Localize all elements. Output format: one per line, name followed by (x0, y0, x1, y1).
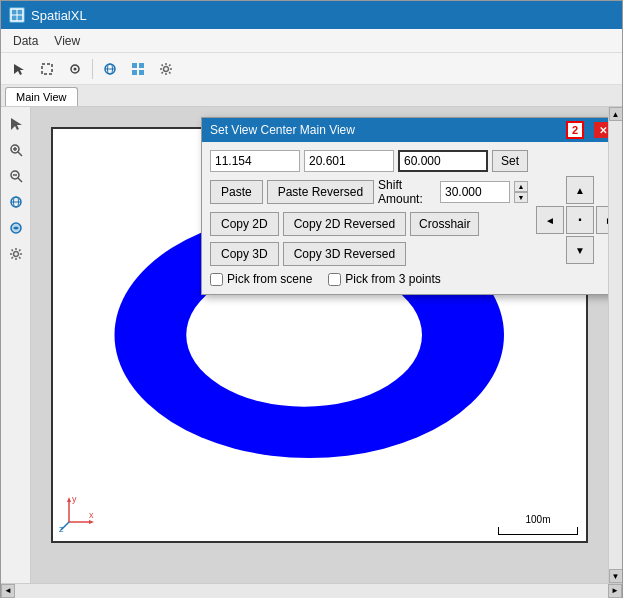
svg-rect-10 (132, 63, 137, 68)
svg-rect-4 (42, 64, 52, 74)
checkbox-row: Pick from scene Pick from 3 points (210, 272, 528, 286)
toolbar-grid-btn[interactable] (125, 56, 151, 82)
pick-from-3pts-checkbox[interactable] (328, 273, 341, 286)
svg-point-27 (13, 252, 18, 257)
svg-marker-15 (11, 118, 22, 130)
pick-from-3pts-item: Pick from 3 points (328, 272, 440, 286)
bottom-scrollbar: ◄ ► (1, 583, 622, 597)
copy-3d-reversed-btn[interactable]: Copy 3D Reversed (283, 242, 406, 266)
dialog-body: Set Paste Paste Reversed Shift Amount: ▲ (202, 142, 608, 294)
spin-btns: ▲ ▼ (514, 181, 528, 203)
pick-from-scene-item: Pick from scene (210, 272, 312, 286)
pick-from-3pts-label[interactable]: Pick from 3 points (345, 272, 440, 286)
svg-marker-31 (67, 497, 71, 502)
svg-line-22 (18, 178, 22, 182)
svg-point-6 (74, 67, 77, 70)
z-input[interactable] (398, 150, 488, 172)
arrow-right-btn[interactable]: ► (596, 206, 608, 234)
dialog-title-bar: Set View Center Main View 2 ✕ (202, 118, 608, 142)
crosshair-btn[interactable]: Crosshair (410, 212, 479, 236)
spin-up-btn[interactable]: ▲ (514, 181, 528, 192)
toolbar-select-btn[interactable] (34, 56, 60, 82)
sidebar-cursor-btn[interactable] (4, 112, 28, 136)
main-view-tab[interactable]: Main View (5, 87, 78, 106)
tab-bar: Main View (1, 85, 622, 107)
scroll-down-btn[interactable]: ▼ (609, 569, 623, 583)
menu-data[interactable]: Data (5, 32, 46, 50)
scroll-track-v (609, 121, 623, 569)
svg-rect-13 (139, 70, 144, 75)
scale-bar-label: 100m (525, 514, 550, 525)
svg-line-19 (18, 152, 22, 156)
dialog-close-btn[interactable]: ✕ (594, 122, 608, 138)
set-btn[interactable]: Set (492, 150, 528, 172)
scale-bar-line (498, 527, 578, 535)
arrow-center-btn[interactable]: · (566, 206, 594, 234)
toolbar (1, 53, 622, 85)
menu-bar: Data View (1, 29, 622, 53)
svg-text:z: z (59, 524, 64, 532)
svg-point-14 (164, 66, 169, 71)
set-view-center-dialog: Set View Center Main View 2 ✕ (201, 117, 608, 295)
app-title: SpatialXL (31, 8, 87, 23)
sidebar-gear-btn[interactable] (4, 242, 28, 266)
arrow-down-btn[interactable]: ▼ (566, 236, 594, 264)
scale-bar: 100m (498, 514, 578, 535)
svg-rect-11 (139, 63, 144, 68)
svg-text:x: x (89, 510, 94, 520)
scroll-right-btn[interactable]: ► (608, 584, 622, 598)
coord-row: Set (210, 150, 528, 172)
axes: y x z (59, 492, 99, 535)
pick-from-scene-checkbox[interactable] (210, 273, 223, 286)
toolbar-sep-1 (92, 59, 93, 79)
sidebar-globe2-btn[interactable] (4, 190, 28, 214)
viewport: y x z 100m Set View Center (31, 107, 608, 583)
right-scrollbar: ▲ ▼ (608, 107, 622, 583)
copy-2d-btn[interactable]: Copy 2D (210, 212, 279, 236)
toolbar-cursor-btn[interactable] (6, 56, 32, 82)
svg-rect-12 (132, 70, 137, 75)
paste-reversed-btn[interactable]: Paste Reversed (267, 180, 374, 204)
pick-from-scene-label[interactable]: Pick from scene (227, 272, 312, 286)
svg-marker-3 (14, 64, 24, 75)
x-input[interactable] (210, 150, 300, 172)
scroll-up-btn[interactable]: ▲ (609, 107, 623, 121)
scroll-track-h (15, 584, 608, 598)
shift-input[interactable] (440, 181, 510, 203)
toolbar-settings-btn[interactable] (153, 56, 179, 82)
arrow-up-btn[interactable]: ▲ (566, 176, 594, 204)
copy-2d-reversed-btn[interactable]: Copy 2D Reversed (283, 212, 406, 236)
svg-marker-34 (89, 520, 94, 524)
left-sidebar (1, 107, 31, 583)
spin-down-btn[interactable]: ▼ (514, 192, 528, 203)
sidebar-globe3-btn[interactable] (4, 216, 28, 240)
title-bar: SpatialXL (1, 1, 622, 29)
main-content: y x z 100m Set View Center (1, 107, 622, 583)
sidebar-zoom-out-btn[interactable] (4, 164, 28, 188)
scroll-left-btn[interactable]: ◄ (1, 584, 15, 598)
arrow-left-btn[interactable]: ◄ (536, 206, 564, 234)
svg-text:y: y (72, 494, 77, 504)
toolbar-move-btn[interactable] (62, 56, 88, 82)
sidebar-zoom-in-btn[interactable] (4, 138, 28, 162)
shift-label: Shift Amount: (378, 178, 436, 206)
y-input[interactable] (304, 150, 394, 172)
dialog-number: 2 (566, 121, 584, 139)
paste-btn[interactable]: Paste (210, 180, 263, 204)
app-icon (9, 7, 25, 23)
dialog-title: Set View Center Main View (210, 123, 355, 137)
menu-view[interactable]: View (46, 32, 88, 50)
toolbar-globe-btn[interactable] (97, 56, 123, 82)
copy-3d-btn[interactable]: Copy 3D (210, 242, 279, 266)
